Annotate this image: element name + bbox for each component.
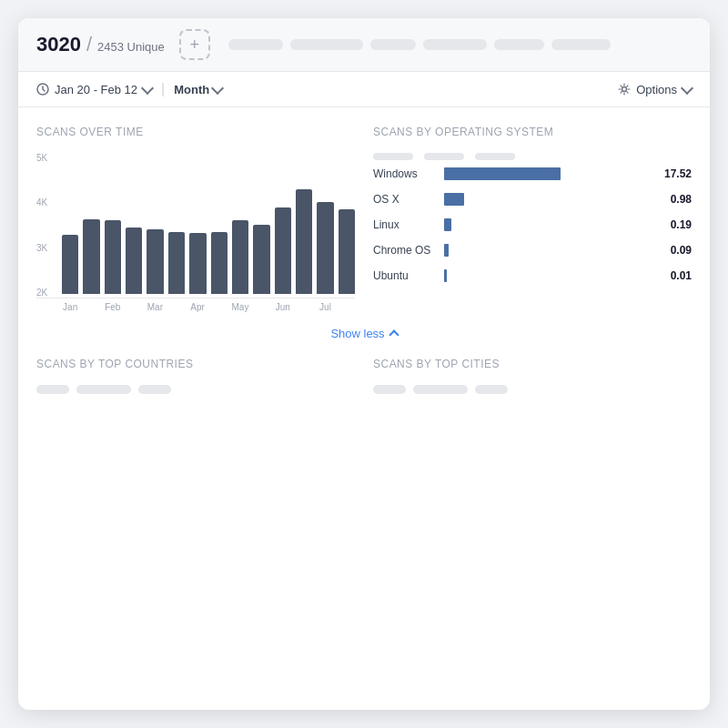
toolbar: Jan 20 - Feb 12 | Month Options	[18, 72, 710, 107]
os-chart: Windows17.52OS X0.98Linux0.19Chrome OS0.…	[373, 167, 692, 282]
bar-item	[232, 220, 248, 294]
header-pill-1	[228, 39, 283, 50]
os-legend-1	[373, 153, 413, 160]
app-wrapper: 3020 / 2453 Unique + Jan 20 - Feb 12 | M…	[18, 18, 710, 710]
header: 3020 / 2453 Unique +	[18, 18, 710, 72]
header-pill-5	[494, 39, 544, 50]
clock-icon	[36, 83, 49, 96]
os-name: Windows	[373, 167, 437, 180]
x-label-item: Jun	[275, 302, 291, 312]
countries-col-header-1	[36, 385, 69, 394]
cities-section: Scans by Top Cities	[373, 358, 692, 403]
header-pill-4	[423, 39, 487, 50]
bar-item	[275, 207, 291, 294]
countries-col-header-3	[138, 385, 171, 394]
cities-header	[373, 385, 692, 394]
x-label-item	[83, 302, 99, 312]
countries-section: Scans by Top Countries	[36, 358, 355, 403]
scans-by-os-title: Scans by Operating System	[373, 126, 692, 138]
bar-item	[83, 219, 99, 294]
x-label-item	[168, 302, 185, 312]
os-name: OS X	[373, 193, 437, 206]
os-name: Ubuntu	[373, 269, 437, 282]
os-value: 0.01	[659, 269, 692, 282]
os-row: Linux0.19	[373, 218, 692, 231]
bar-item	[189, 233, 206, 294]
options-label: Options	[636, 83, 677, 96]
bar-item	[339, 209, 355, 294]
bottom-tables-row: Scans by Top Countries Scans by Top Citi…	[36, 354, 692, 403]
x-label-item	[253, 302, 269, 312]
scans-by-os-section: Scans by Operating System Windows17.52OS…	[373, 126, 692, 312]
os-value: 0.98	[659, 193, 692, 206]
os-bar-wrap	[444, 244, 652, 257]
os-bar	[444, 193, 464, 206]
bar-item	[317, 202, 333, 294]
add-button[interactable]: +	[179, 29, 210, 60]
bar-item	[296, 189, 312, 294]
show-less-row: Show less	[36, 312, 692, 354]
os-row: OS X0.98	[373, 193, 692, 206]
bar-item	[62, 235, 78, 294]
bar-item	[168, 232, 185, 294]
os-bar	[444, 218, 451, 231]
x-label-item: May	[232, 302, 249, 312]
header-pill-3	[370, 39, 416, 50]
header-pill-6	[551, 39, 611, 50]
scans-over-time-section: Scans Over Time 5K 4K 3K 2K JanFebMarApr…	[36, 126, 355, 312]
show-less-button[interactable]: Show less	[330, 327, 397, 340]
date-range-picker[interactable]: Jan 20 - Feb 12	[36, 83, 152, 96]
x-label-item: Jul	[317, 302, 333, 312]
x-axis-labels: JanFebMarAprMayJunJul	[62, 302, 355, 312]
chevron-up-icon	[389, 329, 399, 339]
os-bar-wrap	[444, 269, 652, 282]
os-name: Linux	[373, 218, 437, 231]
countries-header	[36, 385, 355, 394]
y-label-4k: 4K	[36, 197, 47, 207]
scans-over-time-title: Scans Over Time	[36, 126, 355, 138]
y-label-3k: 3K	[36, 243, 47, 253]
header-pills	[228, 39, 692, 50]
os-row: Ubuntu0.01	[373, 269, 692, 282]
x-label-item: Feb	[105, 302, 121, 312]
x-label-item: Mar	[147, 302, 163, 312]
bar-item	[126, 228, 142, 294]
options-button[interactable]: Options	[618, 83, 692, 96]
os-legend	[373, 153, 692, 160]
options-chevron-icon	[681, 81, 693, 94]
x-label-item: Jan	[62, 302, 78, 312]
x-label-item	[126, 302, 142, 312]
total-scans: 3020	[36, 33, 81, 56]
x-label-item: Apr	[189, 302, 206, 312]
os-bar-wrap	[444, 218, 652, 231]
cities-col-header-2	[413, 385, 468, 394]
bar-item	[253, 225, 269, 294]
bars-area	[62, 153, 355, 294]
os-legend-3	[475, 153, 515, 160]
top-charts-row: Scans Over Time 5K 4K 3K 2K JanFebMarApr…	[36, 126, 692, 312]
x-label-item	[210, 302, 227, 312]
main-content: Scans Over Time 5K 4K 3K 2K JanFebMarApr…	[18, 107, 710, 710]
header-stat: 3020 / 2453 Unique	[36, 33, 165, 56]
os-row: Windows17.52	[373, 167, 692, 180]
os-bar-wrap	[444, 167, 652, 180]
y-axis-labels: 5K 4K 3K 2K	[36, 153, 47, 298]
gear-icon	[618, 83, 631, 96]
os-row: Chrome OS0.09	[373, 244, 692, 257]
slash: /	[86, 33, 92, 56]
x-label-item	[339, 302, 355, 312]
os-bar	[444, 244, 449, 257]
os-bar-wrap	[444, 193, 652, 206]
cities-col-header-3	[475, 385, 508, 394]
bar-item	[211, 232, 228, 294]
y-label-2k: 2K	[36, 288, 47, 298]
bar-item	[147, 229, 163, 294]
x-label-item	[296, 302, 312, 312]
header-pill-2	[290, 39, 363, 50]
os-bar	[444, 269, 447, 282]
period-chevron-icon	[211, 81, 224, 94]
period-selector[interactable]: Month	[174, 83, 222, 96]
os-bar	[444, 167, 561, 180]
os-legend-2	[424, 153, 464, 160]
y-label-5k: 5K	[36, 153, 47, 163]
